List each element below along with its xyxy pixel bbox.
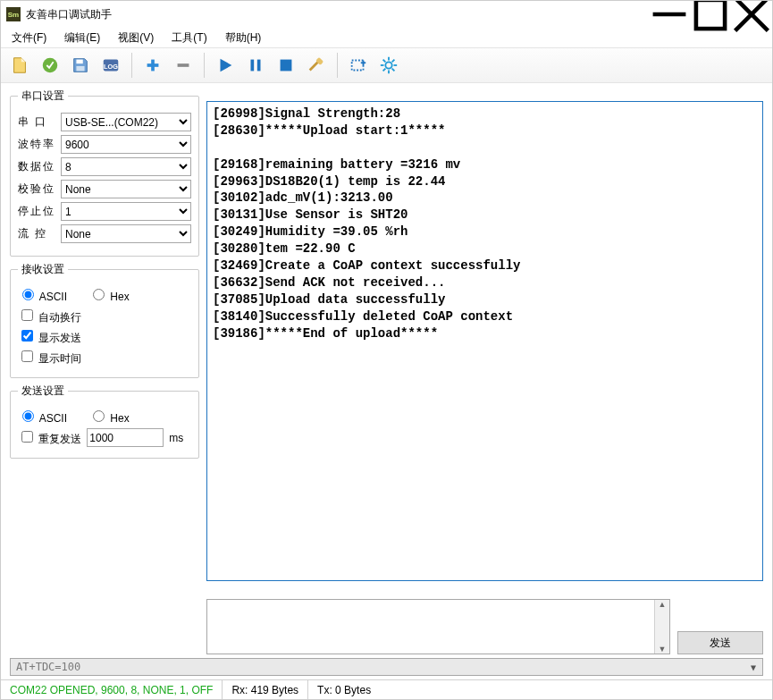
- svg-marker-12: [221, 59, 232, 72]
- send-input-wrap: ▲▼: [206, 599, 670, 654]
- send-button[interactable]: 发送: [677, 631, 763, 654]
- right-column: [26998]Signal Strength:28 [28630]*****Up…: [206, 83, 772, 658]
- show-time-checkbox[interactable]: 显示时间: [18, 348, 81, 367]
- minimize-button[interactable]: [649, 1, 690, 28]
- send-scrollbar[interactable]: ▲▼: [654, 600, 669, 654]
- stopbits-select[interactable]: 1: [61, 202, 191, 221]
- toolbar-separator: [204, 53, 205, 78]
- svg-rect-17: [352, 61, 364, 71]
- recv-hex-radio[interactable]: Hex: [88, 286, 130, 303]
- recv-settings-group: 接收设置 ASCII Hex 自动换行 显示发送 显示时间: [10, 262, 199, 378]
- svg-rect-13: [251, 60, 255, 72]
- status-tx: Tx: 0 Bytes: [308, 680, 772, 699]
- parity-select[interactable]: None: [61, 180, 191, 198]
- svg-line-26: [392, 69, 395, 72]
- menu-file[interactable]: 文件(F): [6, 29, 52, 47]
- chevron-down-icon: ▼: [746, 660, 760, 674]
- auto-wrap-checkbox[interactable]: 自动换行: [18, 307, 81, 325]
- menu-help[interactable]: 帮助(H): [220, 29, 267, 47]
- sidebar: 串口设置 串 口 USB-SE...(COM22) 波特率 9600 数据位 8…: [1, 83, 206, 658]
- status-connection: COM22 OPENED, 9600, 8, NONE, 1, OFF: [1, 680, 223, 699]
- svg-line-28: [392, 60, 395, 63]
- save-button[interactable]: [67, 52, 94, 79]
- close-button[interactable]: [731, 1, 772, 28]
- parity-label: 校验位: [18, 181, 55, 197]
- show-send-checkbox[interactable]: 显示发送: [18, 327, 81, 346]
- menubar: 文件(F) 编辑(E) 视图(V) 工具(T) 帮助(H): [1, 28, 772, 47]
- history-combo[interactable]: AT+TDC=100 ▼: [10, 658, 763, 676]
- svg-rect-6: [76, 66, 84, 72]
- flow-select[interactable]: None: [61, 224, 191, 243]
- svg-rect-1: [696, 0, 725, 29]
- send-hex-radio[interactable]: Hex: [88, 408, 130, 425]
- send-ascii-radio[interactable]: ASCII: [18, 408, 67, 425]
- new-file-button[interactable]: [6, 52, 33, 79]
- baud-label: 波特率: [18, 137, 55, 152]
- status-rx: Rx: 419 Bytes: [223, 680, 308, 699]
- add-button[interactable]: [139, 52, 166, 79]
- add-window-button[interactable]: [345, 52, 372, 79]
- repeat-unit-label: ms: [169, 432, 183, 444]
- port-label: 串 口: [18, 114, 55, 130]
- maximize-button[interactable]: [690, 1, 731, 28]
- recv-ascii-radio[interactable]: ASCII: [18, 286, 67, 303]
- toolbar-separator: [337, 53, 338, 78]
- clear-button[interactable]: [303, 52, 330, 79]
- flow-label: 流 控: [18, 226, 55, 241]
- svg-line-25: [383, 60, 386, 63]
- svg-rect-15: [281, 60, 292, 72]
- output-textarea[interactable]: [26998]Signal Strength:28 [28630]*****Up…: [206, 101, 763, 581]
- svg-text:LOG: LOG: [104, 63, 118, 71]
- menu-edit[interactable]: 编辑(E): [59, 29, 105, 47]
- main-area: 串口设置 串 口 USB-SE...(COM22) 波特率 9600 数据位 8…: [1, 83, 772, 658]
- menu-tools[interactable]: 工具(T): [166, 29, 212, 47]
- open-button[interactable]: [37, 52, 63, 79]
- svg-point-20: [385, 62, 391, 68]
- menu-view[interactable]: 视图(V): [113, 29, 159, 47]
- recv-settings-legend: 接收设置: [18, 262, 68, 277]
- baud-select[interactable]: 9600: [61, 135, 191, 154]
- svg-rect-14: [257, 60, 261, 72]
- play-button[interactable]: [212, 52, 239, 79]
- statusbar: COM22 OPENED, 9600, 8, NONE, 1, OFF Rx: …: [1, 679, 772, 699]
- window-title: 友善串口调试助手: [26, 7, 112, 22]
- stopbits-label: 停止位: [18, 204, 55, 219]
- repeat-send-checkbox[interactable]: 重复发送: [18, 428, 81, 447]
- databits-label: 数据位: [18, 159, 55, 174]
- serial-settings-group: 串口设置 串 口 USB-SE...(COM22) 波特率 9600 数据位 8…: [10, 89, 199, 257]
- toolbar-separator: [131, 53, 132, 78]
- titlebar: Sm 友善串口调试助手: [1, 1, 772, 28]
- send-input[interactable]: [207, 600, 654, 654]
- send-settings-legend: 发送设置: [18, 384, 68, 399]
- settings-button[interactable]: [375, 52, 402, 79]
- repeat-interval-input[interactable]: [87, 428, 164, 447]
- serial-settings-legend: 串口设置: [18, 89, 68, 104]
- send-row: ▲▼ 发送: [206, 599, 763, 654]
- svg-rect-5: [76, 60, 82, 64]
- history-combo-text: AT+TDC=100: [16, 661, 80, 673]
- pause-button[interactable]: [242, 52, 269, 79]
- app-icon: Sm: [6, 7, 21, 21]
- toolbar: LOG: [1, 47, 772, 83]
- send-settings-group: 发送设置 ASCII Hex 重复发送 ms: [10, 384, 199, 459]
- log-button[interactable]: LOG: [97, 52, 124, 79]
- stop-button[interactable]: [273, 52, 299, 79]
- databits-select[interactable]: 8: [61, 157, 191, 176]
- remove-button[interactable]: [170, 52, 197, 79]
- port-select[interactable]: USB-SE...(COM22): [61, 113, 191, 131]
- svg-line-27: [383, 69, 386, 72]
